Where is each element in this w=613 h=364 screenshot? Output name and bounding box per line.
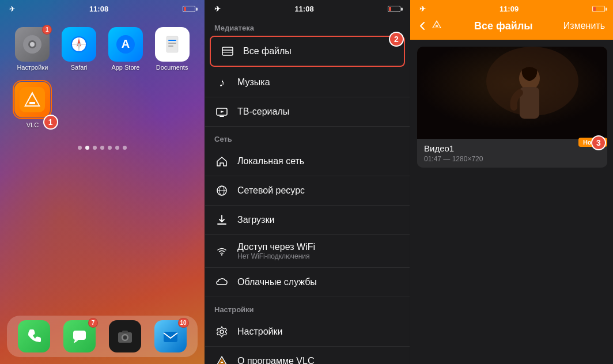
airplane-icon-p3: ✈ [419, 5, 426, 13]
svg-rect-14 [168, 43, 176, 44]
app-documents[interactable]: Documents [151, 27, 193, 71]
menu-item-downloads[interactable]: Загрузки [205, 206, 410, 235]
battery-fill [184, 7, 186, 11]
music-icon [214, 75, 229, 90]
vlc-icon[interactable] [14, 82, 50, 117]
dock: 7 10 [7, 316, 198, 357]
wifi-icon [214, 244, 229, 259]
vlc-icon-border [13, 80, 52, 119]
panel-vlc-menu: ✈ 11:08 Медиатека Все файлы Музыка ТВ-се… [205, 0, 410, 364]
dock-mail-wrapper: 10 [154, 320, 187, 352]
edit-button[interactable]: Изменить [563, 21, 605, 31]
panel-homescreen: ✈ 11:08 1 Настройки Safari [0, 0, 205, 364]
home-grid: 1 Настройки Safari A App Store Documents [0, 16, 205, 128]
app-settings[interactable]: 1 Настройки [12, 27, 54, 71]
svg-rect-20 [73, 331, 86, 340]
network-icon [214, 183, 229, 198]
airplane-icon: ✈ [9, 5, 15, 13]
tv-label: ТВ-сериалы [237, 107, 289, 117]
dot-6 [115, 146, 119, 150]
battery-icon-p3 [592, 6, 605, 12]
time-panel2: 11:08 [294, 5, 313, 13]
video-meta: 01:47 — 1280×720 [424, 155, 600, 163]
step3-badge: 3 [591, 135, 606, 150]
battery-icon-panel1 [183, 6, 195, 12]
video-item[interactable]: Видео1 01:47 — 1280×720 [417, 47, 607, 168]
video-thumb-bg [417, 47, 607, 139]
dot-2 [85, 146, 89, 150]
local-label: Локальная сеть [237, 156, 304, 166]
app-safari[interactable]: Safari [58, 27, 100, 71]
menu-item-network[interactable]: Сетевой ресурс [205, 176, 410, 206]
menu-item-cloud[interactable]: Облачные службы [205, 268, 410, 297]
menu-item-music[interactable]: Музыка [205, 68, 410, 97]
svg-rect-15 [168, 46, 173, 47]
app-appstore[interactable]: A App Store [105, 27, 147, 71]
dot-5 [108, 146, 112, 150]
step1-badge: 1 [43, 115, 58, 130]
documents-icon[interactable] [155, 27, 190, 62]
safari-label: Safari [71, 64, 88, 71]
app-vlc[interactable]: 1 VLC [12, 80, 54, 128]
battery-icon-p2 [388, 6, 400, 12]
dock-messages-wrapper: 7 [63, 320, 96, 352]
dot-7 [123, 146, 127, 150]
cloud-icon [214, 275, 229, 290]
dock-camera[interactable] [109, 320, 141, 352]
status-bar-panel1: ✈ 11:08 [0, 0, 205, 16]
svg-rect-19 [29, 102, 35, 104]
wifi-label: Доступ через WiFi [237, 242, 315, 252]
about-label: О программе VLC [237, 356, 314, 364]
svg-point-38 [220, 330, 224, 333]
svg-rect-44 [436, 25, 438, 27]
section-settings-label: Настройки [205, 297, 410, 317]
svg-rect-25 [122, 331, 128, 333]
menu-item-local[interactable]: Локальная сеть [205, 147, 410, 176]
settings-menu-label: Настройки [237, 327, 282, 337]
panel-vlc-files: ✈ 11:09 Все файлы Изменить [410, 0, 613, 364]
appstore-icon[interactable]: A [108, 27, 143, 62]
settings-badge: 1 [42, 25, 52, 35]
messages-badge: 7 [88, 318, 98, 328]
menu-item-about[interactable]: О программе VLC [205, 347, 410, 364]
menu-item-wifi[interactable]: Доступ через WiFi Нет WiFi-подключения [205, 235, 410, 268]
vlc-header-area: ✈ 11:09 Все файлы Изменить [410, 0, 613, 40]
back-label [430, 18, 444, 34]
dot-3 [93, 146, 97, 150]
menu-item-settings[interactable]: Настройки [205, 317, 410, 347]
status-bar-panel3: ✈ 11:09 [410, 0, 613, 16]
status-icons-panel1 [183, 6, 195, 12]
nav-bar-panel3: Все файлы Изменить [410, 16, 613, 40]
back-button[interactable] [419, 18, 444, 34]
menu-item-all-files[interactable]: Все файлы [211, 37, 404, 66]
battery-fill-p3 [593, 7, 596, 11]
step2-badge: 2 [389, 32, 404, 47]
status-icons-p2 [388, 6, 400, 12]
vlc-about-icon [214, 354, 229, 364]
page-dots [0, 146, 205, 150]
menu-item-tv[interactable]: ТВ-сериалы [205, 97, 410, 127]
svg-text:A: A [122, 37, 130, 50]
svg-marker-31 [221, 111, 224, 113]
download-icon [214, 213, 229, 227]
svg-rect-27 [222, 47, 233, 55]
appstore-label: App Store [111, 64, 139, 71]
svg-point-24 [123, 336, 127, 339]
time-panel1: 11:08 [89, 5, 108, 13]
section-media-label: Медиатека [205, 16, 410, 36]
home-icon [214, 154, 229, 169]
svg-rect-41 [221, 362, 223, 363]
svg-marker-21 [74, 340, 78, 343]
svg-rect-12 [167, 36, 178, 52]
safari-icon[interactable] [62, 27, 96, 62]
mail-badge: 10 [178, 318, 189, 328]
dock-phone[interactable] [18, 320, 50, 352]
section-network-label: Сеть [205, 127, 410, 147]
documents-label: Documents [156, 64, 188, 71]
network-label: Сетевой ресурс [237, 185, 305, 196]
cloud-label: Облачные службы [237, 277, 317, 287]
downloads-label: Загрузки [237, 215, 274, 225]
vlc-label: VLC [27, 122, 39, 128]
status-bar-panel2: ✈ 11:08 [205, 0, 410, 16]
gear-icon [214, 324, 229, 339]
